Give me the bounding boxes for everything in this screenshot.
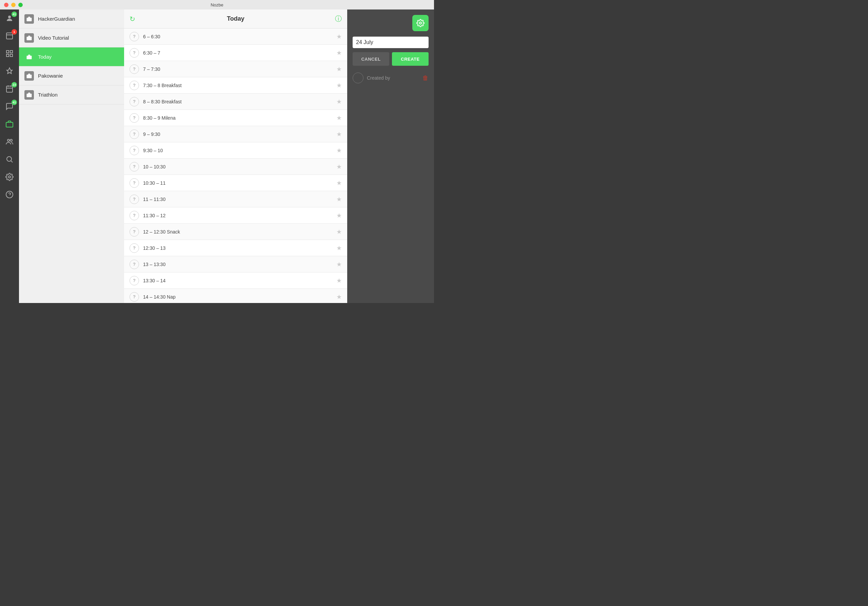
task-star[interactable]: ★ <box>336 49 342 57</box>
svg-rect-22 <box>27 94 32 97</box>
task-checkbox[interactable]: ? <box>130 113 139 123</box>
task-checkbox[interactable]: ? <box>130 260 139 269</box>
refresh-icon[interactable]: ↻ <box>130 15 135 23</box>
task-checkbox[interactable]: ? <box>130 243 139 253</box>
project-item-triathlon[interactable]: Triathlon <box>19 85 124 104</box>
task-item[interactable]: ? 12 – 12:30 Snack ★ <box>124 224 347 240</box>
date-input[interactable] <box>356 39 425 45</box>
task-checkbox[interactable]: ? <box>130 130 139 139</box>
task-star[interactable]: ★ <box>336 147 342 154</box>
task-star[interactable]: ★ <box>336 82 342 89</box>
window-controls[interactable] <box>4 3 23 7</box>
task-item[interactable]: ? 8 – 8:30 Breakfast ★ <box>124 94 347 110</box>
task-star[interactable]: ★ <box>336 130 342 138</box>
create-button[interactable]: CREATE <box>392 52 429 66</box>
project-icon-today <box>25 52 34 62</box>
task-label: 13 – 13:30 <box>143 262 336 267</box>
task-item[interactable]: ? 13 – 13:30 ★ <box>124 256 347 272</box>
task-item[interactable]: ? 8:30 – 9 Milena ★ <box>124 110 347 126</box>
task-checkbox[interactable]: ? <box>130 195 139 204</box>
task-star[interactable]: ★ <box>336 65 342 73</box>
sidebar-item-team[interactable] <box>0 133 19 150</box>
gear-button[interactable] <box>412 15 429 31</box>
task-item[interactable]: ? 13:30 – 14 ★ <box>124 272 347 289</box>
date-input-container[interactable] <box>353 37 429 48</box>
task-item[interactable]: ? 6 – 6:30 ★ <box>124 28 347 45</box>
task-item[interactable]: ? 12:30 – 13 ★ <box>124 240 347 256</box>
project-item-pakowanie[interactable]: Pakowanie <box>19 66 124 85</box>
task-item[interactable]: ? 7 – 7:30 ★ <box>124 61 347 77</box>
inbox-badge: 1 <box>11 29 17 35</box>
task-star[interactable]: ★ <box>336 179 342 187</box>
gear-header <box>353 15 429 31</box>
delete-icon[interactable]: 🗑 <box>423 74 429 82</box>
task-item[interactable]: ? 7:30 – 8 Breakfast ★ <box>124 77 347 94</box>
task-label: 13:30 – 14 <box>143 278 336 283</box>
action-buttons: CANCEL CREATE <box>353 52 429 66</box>
sidebar-item-profile[interactable]: 41 <box>0 9 19 27</box>
profile-badge: 41 <box>11 12 17 17</box>
task-checkbox[interactable]: ? <box>130 292 139 301</box>
task-checkbox[interactable]: ? <box>130 227 139 237</box>
task-item[interactable]: ? 9 – 9:30 ★ <box>124 126 347 142</box>
task-item[interactable]: ? 6:30 – 7 ★ <box>124 45 347 61</box>
sidebar-item-grid[interactable] <box>0 45 19 62</box>
task-checkbox[interactable]: ? <box>130 162 139 172</box>
task-star[interactable]: ★ <box>336 228 342 235</box>
task-label: 6:30 – 7 <box>143 50 336 56</box>
task-item[interactable]: ? 14 – 14:30 Nap ★ <box>124 289 347 303</box>
task-item[interactable]: ? 10 – 10:30 ★ <box>124 159 347 175</box>
task-star[interactable]: ★ <box>336 114 342 122</box>
task-star[interactable]: ★ <box>336 196 342 203</box>
created-by-row: Created by 🗑 <box>347 73 434 83</box>
task-item[interactable]: ? 10:30 – 11 ★ <box>124 175 347 191</box>
task-item[interactable]: ? 9:30 – 10 ★ <box>124 142 347 159</box>
task-checkbox[interactable]: ? <box>130 81 139 90</box>
task-label: 8 – 8:30 Breakfast <box>143 99 336 104</box>
task-star[interactable]: ★ <box>336 163 342 170</box>
task-star[interactable]: ★ <box>336 212 342 219</box>
cancel-button[interactable]: CANCEL <box>353 52 389 66</box>
sidebar-item-projects[interactable] <box>0 115 19 133</box>
task-item[interactable]: ? 11:30 – 12 ★ <box>124 207 347 224</box>
svg-rect-1 <box>6 33 12 39</box>
sidebar-item-calendar[interactable]: 23 <box>0 80 19 97</box>
task-star[interactable]: ★ <box>336 261 342 268</box>
sidebar-item-pin[interactable] <box>0 62 19 80</box>
svg-rect-21 <box>27 74 32 78</box>
minimize-button[interactable] <box>11 3 16 7</box>
task-checkbox[interactable]: ? <box>130 178 139 188</box>
sidebar-item-search[interactable] <box>0 150 19 168</box>
task-checkbox[interactable]: ? <box>130 97 139 107</box>
sidebar-item-chat[interactable]: 41 <box>0 97 19 115</box>
maximize-button[interactable] <box>18 3 23 7</box>
task-star[interactable]: ★ <box>336 33 342 40</box>
task-label: 11:30 – 12 <box>143 213 336 218</box>
task-star[interactable]: ★ <box>336 98 342 105</box>
task-star[interactable]: ★ <box>336 293 342 301</box>
sidebar-item-settings[interactable] <box>0 168 19 186</box>
task-star[interactable]: ★ <box>336 277 342 284</box>
task-checkbox[interactable]: ? <box>130 211 139 220</box>
task-item[interactable]: ? 11 – 11:30 ★ <box>124 191 347 207</box>
task-checkbox[interactable]: ? <box>130 146 139 155</box>
svg-rect-19 <box>27 37 32 40</box>
task-label: 10 – 10:30 <box>143 164 336 170</box>
svg-rect-5 <box>10 54 12 57</box>
project-item-video[interactable]: Video Tutorial <box>19 28 124 48</box>
close-button[interactable] <box>4 3 8 7</box>
svg-point-23 <box>419 22 422 24</box>
project-item-today[interactable]: Today <box>19 48 124 66</box>
sidebar-item-inbox[interactable]: 1 <box>0 27 19 45</box>
titlebar: Nozbe <box>0 0 434 9</box>
task-star[interactable]: ★ <box>336 244 342 252</box>
sidebar-item-help[interactable] <box>0 186 19 203</box>
project-item-hacker[interactable]: HackerGuardian <box>19 9 124 28</box>
svg-point-11 <box>8 139 9 141</box>
task-checkbox[interactable]: ? <box>130 32 139 41</box>
task-checkbox[interactable]: ? <box>130 64 139 74</box>
task-checkbox[interactable]: ? <box>130 276 139 285</box>
info-icon[interactable]: ⓘ <box>335 14 342 23</box>
task-checkbox[interactable]: ? <box>130 48 139 58</box>
svg-rect-3 <box>10 51 12 53</box>
